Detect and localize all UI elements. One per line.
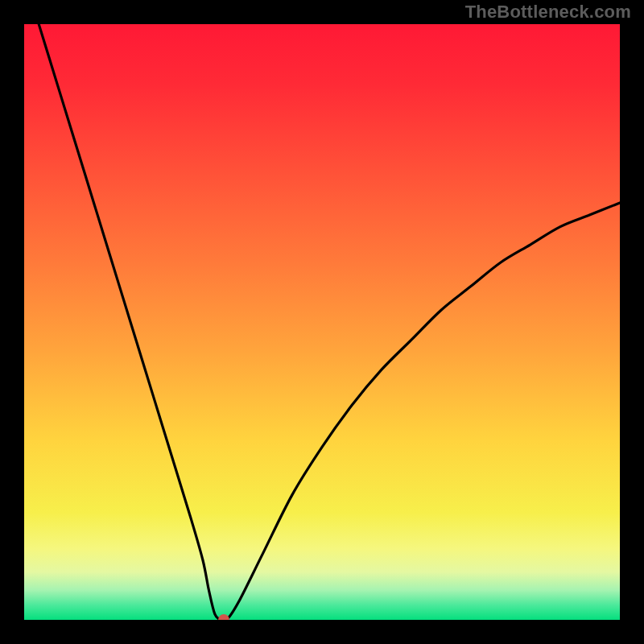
optimum-marker [218, 614, 229, 620]
plot-area [24, 24, 620, 620]
bottleneck-curve [24, 24, 620, 620]
watermark-text: TheBottleneck.com [465, 2, 631, 23]
chart-container: TheBottleneck.com [0, 0, 644, 644]
